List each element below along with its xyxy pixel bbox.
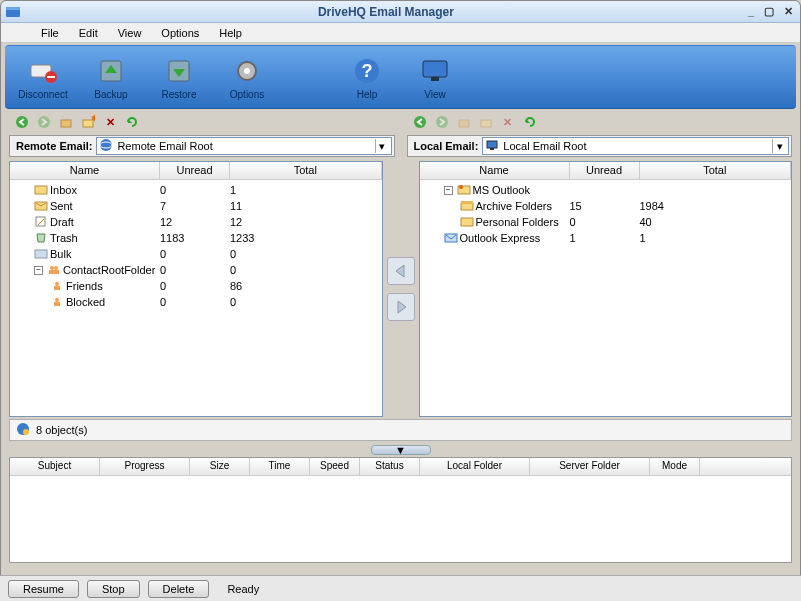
total-count: 1233 xyxy=(230,232,382,244)
tree-row[interactable]: −ContactRootFolder00 xyxy=(10,262,382,278)
transfer-col-mode[interactable]: Mode xyxy=(650,458,700,475)
remote-up-button[interactable] xyxy=(57,113,75,131)
col-name[interactable]: Name xyxy=(10,162,160,179)
svg-point-35 xyxy=(55,298,59,302)
total-count: 11 xyxy=(230,200,382,212)
local-tree-body[interactable]: −MS OutlookArchive Folders151984Personal… xyxy=(420,180,792,416)
transfer-col-speed[interactable]: Speed xyxy=(310,458,360,475)
transfer-col-time[interactable]: Time xyxy=(250,458,310,475)
tree-row[interactable]: Bulk00 xyxy=(10,246,382,262)
tree-row[interactable]: Personal Folders040 xyxy=(420,214,792,230)
folder-icon xyxy=(34,248,48,261)
svg-point-30 xyxy=(50,266,54,270)
transfer-col-subject[interactable]: Subject xyxy=(10,458,100,475)
restore-button[interactable]: Restore xyxy=(151,55,207,100)
remote-back-button[interactable] xyxy=(13,113,31,131)
help-icon: ? xyxy=(351,55,383,87)
tree-row[interactable]: Outlook Express11 xyxy=(420,230,792,246)
menu-view[interactable]: View xyxy=(108,25,152,41)
main-toolbar: Disconnect Backup Restore Options ? Help… xyxy=(5,45,796,109)
svg-point-38 xyxy=(459,185,463,189)
remote-delete-button[interactable]: ✕ xyxy=(101,113,119,131)
stop-button[interactable]: Stop xyxy=(87,580,140,598)
monitor-icon xyxy=(419,55,451,87)
tree-row[interactable]: Blocked00 xyxy=(10,294,382,310)
menu-options[interactable]: Options xyxy=(151,25,209,41)
folder-icon xyxy=(47,264,61,277)
tree-row[interactable]: Friends086 xyxy=(10,278,382,294)
svg-rect-1 xyxy=(6,7,20,10)
expander-icon[interactable]: − xyxy=(34,266,43,275)
unread-count: 1 xyxy=(570,232,640,244)
titlebar: DriveHQ Email Manager _ ▢ ✕ xyxy=(1,1,800,23)
svg-rect-25 xyxy=(490,148,494,150)
svg-rect-39 xyxy=(461,203,473,210)
options-button[interactable]: Options xyxy=(219,55,275,100)
close-button[interactable]: ✕ xyxy=(781,5,796,18)
remote-forward-button[interactable] xyxy=(35,113,53,131)
menu-help[interactable]: Help xyxy=(209,25,252,41)
svg-rect-40 xyxy=(461,201,473,204)
remote-new-folder-button[interactable]: ✱ xyxy=(79,113,97,131)
folder-name: Personal Folders xyxy=(476,216,559,228)
col-unread[interactable]: Unread xyxy=(570,162,640,179)
local-refresh-button[interactable] xyxy=(521,113,539,131)
folder-name: Bulk xyxy=(50,248,71,260)
folder-name: MS Outlook xyxy=(473,184,530,196)
remote-refresh-button[interactable] xyxy=(123,113,141,131)
maximize-button[interactable]: ▢ xyxy=(761,5,777,18)
arrow-left-button[interactable] xyxy=(387,257,415,285)
menu-file[interactable]: File xyxy=(31,25,69,41)
local-delete-button[interactable]: ✕ xyxy=(499,113,517,131)
minimize-button[interactable]: _ xyxy=(745,5,757,18)
help-button[interactable]: ? Help xyxy=(339,55,395,100)
col-unread[interactable]: Unread xyxy=(160,162,230,179)
tree-row[interactable]: Archive Folders151984 xyxy=(420,198,792,214)
tree-row[interactable]: Draft1212 xyxy=(10,214,382,230)
folder-icon xyxy=(34,200,48,213)
unread-count: 0 xyxy=(160,248,230,260)
local-tree-pane: Name Unread Total −MS OutlookArchive Fol… xyxy=(419,161,793,417)
local-up-button[interactable] xyxy=(455,113,473,131)
tree-row[interactable]: −MS Outlook xyxy=(420,182,792,198)
remote-root-select[interactable]: Remote Email Root ▾ xyxy=(96,137,391,155)
arrow-right-button[interactable] xyxy=(387,293,415,321)
transfer-col-server-folder[interactable]: Server Folder xyxy=(530,458,650,475)
folder-icon xyxy=(50,296,64,309)
local-back-button[interactable] xyxy=(411,113,429,131)
collapse-handle[interactable]: ▼ xyxy=(371,445,431,455)
col-total[interactable]: Total xyxy=(230,162,382,179)
remote-tree-body[interactable]: Inbox01Sent711Draft1212Trash11831233Bulk… xyxy=(10,180,382,416)
svg-point-14 xyxy=(38,116,50,128)
unread-count: 7 xyxy=(160,200,230,212)
tree-row[interactable]: Sent711 xyxy=(10,198,382,214)
tree-row[interactable]: Trash11831233 xyxy=(10,230,382,246)
local-root-select[interactable]: Local Email Root ▾ xyxy=(482,137,789,155)
transfer-col-local-folder[interactable]: Local Folder xyxy=(420,458,530,475)
restore-label: Restore xyxy=(161,89,196,100)
computer-icon xyxy=(485,138,499,154)
local-forward-button[interactable] xyxy=(433,113,451,131)
remote-root-text: Remote Email Root xyxy=(113,140,374,152)
svg-rect-15 xyxy=(61,120,71,127)
disconnect-button[interactable]: Disconnect xyxy=(15,55,71,100)
globe-icon xyxy=(99,138,113,154)
col-name[interactable]: Name xyxy=(420,162,570,179)
object-count-strip: 8 object(s) xyxy=(9,419,792,441)
tree-row[interactable]: Inbox01 xyxy=(10,182,382,198)
backup-button[interactable]: Backup xyxy=(83,55,139,100)
transfer-table: SubjectProgressSizeTimeSpeedStatusLocal … xyxy=(9,457,792,563)
local-new-folder-button[interactable] xyxy=(477,113,495,131)
svg-rect-32 xyxy=(49,270,59,274)
transfer-col-progress[interactable]: Progress xyxy=(100,458,190,475)
menu-edit[interactable]: Edit xyxy=(69,25,108,41)
unread-count: 0 xyxy=(160,264,230,276)
expander-icon[interactable]: − xyxy=(444,186,453,195)
view-button[interactable]: View xyxy=(407,55,463,100)
delete-button[interactable]: Delete xyxy=(148,580,210,598)
resume-button[interactable]: Resume xyxy=(8,580,79,598)
transfer-col-size[interactable]: Size xyxy=(190,458,250,475)
window-title: DriveHQ Email Manager xyxy=(27,5,745,19)
col-total[interactable]: Total xyxy=(640,162,792,179)
transfer-col-status[interactable]: Status xyxy=(360,458,420,475)
